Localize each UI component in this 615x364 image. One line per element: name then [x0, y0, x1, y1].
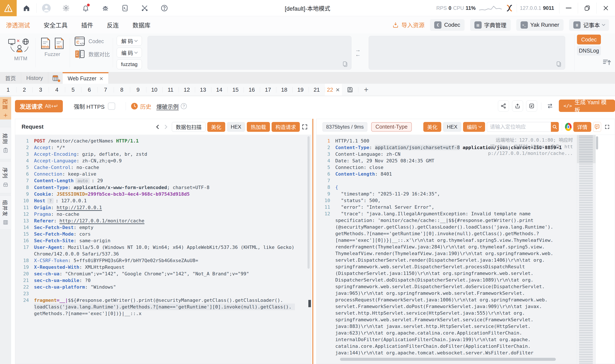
restore-button[interactable]: [578, 0, 596, 16]
history-button[interactable]: 历史: [131, 100, 151, 112]
prev-page-icon[interactable]: [156, 125, 160, 129]
fuzzer-tab-5[interactable]: 5: [65, 84, 81, 96]
decode-button[interactable]: 解 码: [117, 36, 142, 46]
fuzzer-tab-1[interactable]: 1: [0, 84, 16, 96]
fuzzer-tab-16[interactable]: 16: [244, 84, 260, 96]
fuzzer-tab-13[interactable]: 13: [195, 84, 211, 96]
data-compare-tool[interactable]: 数据对比: [74, 49, 110, 59]
fuzzer-tab-3[interactable]: 3: [32, 84, 49, 96]
swap-io-icon[interactable]: →←: [355, 47, 361, 57]
copy-icon[interactable]: [342, 61, 348, 67]
left-tab-concurrent-group[interactable]: 组并发: [0, 195, 11, 230]
fuzzer-tool[interactable]: Web WS Fuzzer: [39, 37, 66, 57]
left-tab-sequence[interactable]: 序列: [0, 161, 11, 193]
settings-gear-icon[interactable]: [61, 3, 71, 13]
save-fuzzer-tab-button[interactable]: [342, 84, 358, 96]
swap-request-response-icon[interactable]: [545, 100, 556, 112]
bug-icon[interactable]: [100, 3, 111, 13]
fuzzer-tab-7[interactable]: 7: [97, 84, 114, 96]
codec-side-tab[interactable]: Codec: [577, 35, 601, 44]
left-tab-config[interactable]: 配置: [0, 97, 11, 119]
generate-yaml-button[interactable]: </> 生成 Yaml 模板: [559, 100, 615, 112]
packet-scan-button[interactable]: 数据包扫描: [172, 122, 206, 132]
panel-resize-handle[interactable]: [313, 119, 313, 364]
collapse-panel-icon[interactable]: [602, 57, 612, 67]
close-icon[interactable]: ×: [99, 75, 103, 82]
tab-web-fuzzer[interactable]: Web Fuzzer ×: [63, 72, 109, 84]
close-icon[interactable]: ×: [336, 86, 340, 93]
fuzzer-tab-10[interactable]: 10: [146, 84, 162, 96]
hot-reload-button[interactable]: 热加载: [247, 122, 270, 132]
request-scrollbar[interactable]: [308, 136, 310, 269]
dnslog-side-tab[interactable]: DNSLog: [577, 46, 601, 55]
import-resource-button[interactable]: 导入资源: [392, 21, 424, 29]
import-packet-button[interactable]: [526, 100, 537, 112]
close-button[interactable]: [597, 0, 615, 16]
response-editor[interactable]: 远端地址：127.0.0.1:80; 响应时间：9ms; 总耗时=150ms; …: [316, 135, 615, 364]
terminal-icon[interactable]: [120, 3, 130, 13]
fuzzer-tab-17[interactable]: 17: [260, 84, 276, 96]
next-page-icon[interactable]: [163, 125, 167, 129]
add-fuzzer-tab-button[interactable]: +: [358, 84, 374, 96]
home-icon[interactable]: [21, 3, 32, 13]
notifications-bell-icon[interactable]: [80, 3, 91, 13]
blast-example-link[interactable]: 爆破示例 ?: [157, 100, 187, 112]
tab-home[interactable]: 首页: [0, 72, 21, 84]
menu-item-渗透测试[interactable]: 渗透测试: [6, 21, 30, 29]
request-editor[interactable]: 1POST /monitor/cache/getNames HTTP/1.12A…: [15, 135, 311, 364]
menu-item-数据库[interactable]: 数据库: [132, 21, 150, 29]
fuzzer-tab-8[interactable]: 8: [114, 84, 130, 96]
fullscreen-icon[interactable]: [301, 124, 308, 130]
tools-icon[interactable]: [139, 3, 150, 13]
search-response-input[interactable]: [487, 122, 551, 132]
hex-button[interactable]: HEX: [227, 122, 245, 132]
fuzzer-tab-14[interactable]: 14: [211, 84, 227, 96]
fuzzer-tab-22[interactable]: 22×: [325, 84, 342, 96]
left-tab-rule[interactable]: 规则: [0, 127, 11, 159]
tab-table-icon[interactable]: [48, 72, 63, 84]
fuzzer-tab-9[interactable]: 9: [130, 84, 146, 96]
detail-button[interactable]: 详情: [573, 122, 591, 132]
fuzzer-tab-18[interactable]: 18: [276, 84, 292, 96]
search-button[interactable]: [551, 122, 559, 132]
copy-icon[interactable]: [556, 61, 562, 67]
dictionary-manage-button[interactable]: ▤ 字典管理: [470, 19, 511, 31]
fuzzer-tab-15[interactable]: 15: [227, 84, 244, 96]
menu-item-反连[interactable]: 反连: [107, 21, 119, 29]
fuzzer-tab-21[interactable]: 21: [309, 84, 325, 96]
fuzzer-tab-4[interactable]: 4: [49, 84, 65, 96]
tab-history[interactable]: History: [21, 72, 48, 84]
response-scrollbar[interactable]: [596, 136, 598, 150]
avatar[interactable]: [41, 3, 52, 13]
codec-button[interactable]: C Codec: [430, 19, 464, 31]
encode-dropdown-button[interactable]: 编码: [463, 122, 485, 132]
codec-tool[interactable]: C</> Codec 数据对比: [74, 36, 110, 59]
fuzztag-button[interactable]: fuzztag: [117, 59, 142, 69]
fuzzer-tab-11[interactable]: 11: [162, 84, 179, 96]
beautify-button[interactable]: 美化: [207, 122, 225, 132]
fuzzer-tab-2[interactable]: 2: [16, 84, 32, 96]
content-type-extract-tag[interactable]: Content-Type: [371, 122, 412, 131]
fuzzer-tab-19[interactable]: 19: [292, 84, 309, 96]
share-button[interactable]: [498, 100, 509, 112]
codec-output-area[interactable]: [369, 36, 565, 70]
construct-request-button[interactable]: 构造请求: [272, 122, 300, 132]
encode-button[interactable]: 编 码: [117, 48, 142, 57]
notepad-button[interactable]: ≡ 记事本: [569, 19, 609, 31]
fullscreen-icon[interactable]: [604, 124, 610, 130]
minimize-button[interactable]: [560, 0, 578, 16]
menu-item-插件[interactable]: 插件: [81, 21, 93, 29]
force-https-toggle[interactable]: 强制 HTTPS: [74, 100, 115, 112]
beautify-button[interactable]: 美化: [423, 122, 441, 132]
fuzzer-tab-12[interactable]: 12: [179, 84, 195, 96]
codec-input-area[interactable]: [147, 36, 352, 70]
response-h-scrollbar[interactable]: [340, 358, 556, 361]
fuzzer-tab-6[interactable]: 6: [81, 84, 97, 96]
send-request-button[interactable]: 发送请求 Alt+↵: [15, 100, 63, 112]
open-in-chrome-icon[interactable]: [565, 123, 572, 131]
yak-runner-button[interactable]: >_ Yak Runner: [516, 19, 563, 31]
export-button[interactable]: [512, 100, 523, 112]
menu-item-安全工具[interactable]: 安全工具: [44, 21, 67, 29]
comment-button[interactable]: [593, 122, 601, 132]
force-https-checkbox[interactable]: [108, 103, 115, 110]
